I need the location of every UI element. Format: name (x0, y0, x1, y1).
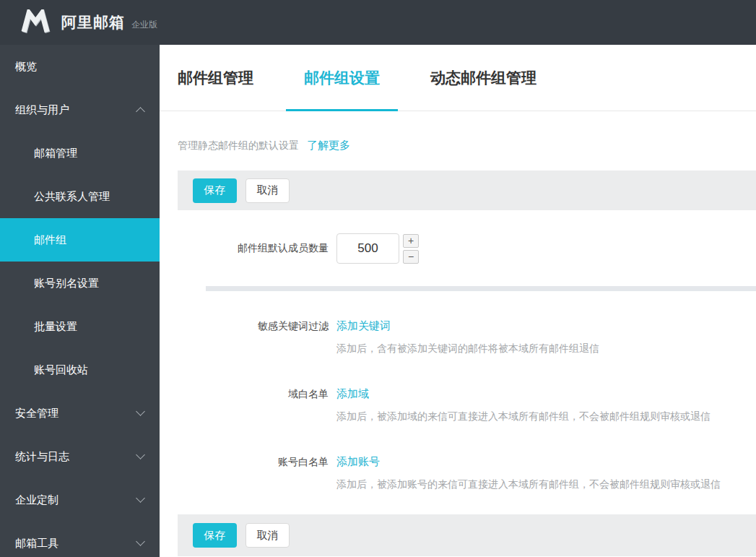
section-divider (206, 286, 756, 291)
top-action-bar: 保存 取消 (178, 170, 756, 210)
tab-dynamic-mail-group-management[interactable]: 动态邮件组管理 (412, 45, 555, 111)
account-whitelist-label: 账号白名单 (178, 455, 329, 468)
save-button[interactable]: 保存 (193, 178, 237, 203)
cancel-button[interactable]: 取消 (246, 178, 290, 203)
sidebar-item-mail-tools[interactable]: 邮箱工具 (0, 522, 160, 557)
sidebar-item-statistics-logs[interactable]: 统计与日志 (0, 435, 160, 478)
tab-bar: 邮件组管理 邮件组设置 动态邮件组管理 (160, 45, 756, 111)
member-count-stepper: + − (403, 234, 419, 264)
sidebar-item-overview[interactable]: 概览 (0, 45, 160, 88)
brand-edition-badge: 企业版 (131, 19, 157, 31)
add-keyword-link[interactable]: 添加关键词 (336, 319, 391, 332)
sensitive-keyword-label: 敏感关键词过滤 (178, 319, 329, 332)
account-whitelist-description: 添加后，被添加账号的来信可直接进入本域所有邮件组，不会被邮件组规则审核或退信 (336, 477, 721, 491)
sidebar-item-batch-settings[interactable]: 批量设置 (0, 305, 160, 348)
sidebar-item-mailbox-management[interactable]: 邮箱管理 (0, 131, 160, 175)
chevron-down-icon (136, 537, 145, 546)
add-domain-link[interactable]: 添加域 (336, 387, 369, 400)
sidebar-item-label: 账号别名设置 (34, 277, 99, 290)
domain-whitelist-label: 域白名单 (178, 387, 329, 400)
chevron-down-icon (136, 450, 145, 459)
sidebar-item-label: 企业定制 (15, 493, 58, 507)
sidebar-item-public-contacts[interactable]: 公共联系人管理 (0, 175, 160, 218)
alimail-m-logo-icon (20, 9, 52, 35)
sidebar-item-account-alias[interactable]: 账号别名设置 (0, 262, 160, 305)
member-count-row: 邮件组默认成员数量 + − (178, 233, 756, 264)
chevron-up-icon (136, 107, 145, 116)
sidebar-item-label: 邮件组 (34, 233, 66, 247)
settings-content: 管理静态邮件组的默认设置 了解更多 保存 取消 邮件组默认成员数量 + − 敏感… (160, 139, 756, 556)
learn-more-link[interactable]: 了解更多 (307, 139, 350, 152)
sidebar-item-label: 统计与日志 (15, 450, 69, 464)
sidebar-item-label: 账号回收站 (34, 363, 88, 377)
page-description-row: 管理静态邮件组的默认设置 了解更多 (178, 139, 756, 152)
tab-mail-group-management[interactable]: 邮件组管理 (160, 45, 271, 111)
sidebar-item-label: 批量设置 (34, 320, 77, 334)
sidebar-item-enterprise-customization[interactable]: 企业定制 (0, 478, 160, 522)
sidebar-item-account-recycle-bin[interactable]: 账号回收站 (0, 348, 160, 392)
sidebar-item-security-management[interactable]: 安全管理 (0, 392, 160, 435)
account-whitelist-row: 账号白名单 添加账号 添加后，被添加账号的来信可直接进入本域所有邮件组，不会被邮… (178, 455, 756, 491)
member-count-label: 邮件组默认成员数量 (178, 242, 329, 255)
sidebar-item-mail-group[interactable]: 邮件组 (0, 218, 160, 262)
sidebar-item-label: 邮箱管理 (34, 147, 77, 160)
sidebar-item-label: 安全管理 (15, 407, 58, 420)
increase-button[interactable]: + (403, 234, 419, 248)
sensitive-keyword-description: 添加后，含有被添加关键词的邮件将被本域所有邮件组退信 (336, 341, 599, 355)
sidebar-item-label: 公共联系人管理 (34, 190, 110, 204)
domain-whitelist-description: 添加后，被添加域的来信可直接进入本域所有邮件组，不会被邮件组规则审核或退信 (336, 409, 711, 423)
save-button[interactable]: 保存 (193, 523, 237, 548)
add-account-link[interactable]: 添加账号 (336, 455, 380, 468)
chevron-down-icon (136, 493, 145, 503)
sidebar-item-label: 邮箱工具 (15, 537, 58, 550)
cancel-button[interactable]: 取消 (246, 523, 290, 548)
bottom-action-bar: 保存 取消 (178, 514, 756, 556)
member-count-input[interactable] (336, 233, 399, 264)
sidebar-nav: 概览 组织与用户 邮箱管理 公共联系人管理 邮件组 账号别名设置 批量设置 账号… (0, 45, 160, 557)
sidebar-item-org-users[interactable]: 组织与用户 (0, 88, 160, 131)
chevron-down-icon (136, 407, 145, 416)
tab-mail-group-settings[interactable]: 邮件组设置 (286, 45, 398, 111)
sidebar-item-label: 组织与用户 (15, 103, 69, 117)
decrease-button[interactable]: − (403, 250, 419, 264)
domain-whitelist-row: 域白名单 添加域 添加后，被添加域的来信可直接进入本域所有邮件组，不会被邮件组规… (178, 387, 756, 423)
brand-name: 阿里邮箱 (61, 12, 125, 33)
page-description: 管理静态邮件组的默认设置 (178, 139, 299, 152)
main-panel: 邮件组管理 邮件组设置 动态邮件组管理 管理静态邮件组的默认设置 了解更多 保存… (160, 45, 756, 557)
sidebar-item-label: 概览 (15, 60, 37, 74)
top-header: 阿里邮箱 企业版 (0, 0, 756, 45)
sensitive-keyword-row: 敏感关键词过滤 添加关键词 添加后，含有被添加关键词的邮件将被本域所有邮件组退信 (178, 319, 756, 355)
